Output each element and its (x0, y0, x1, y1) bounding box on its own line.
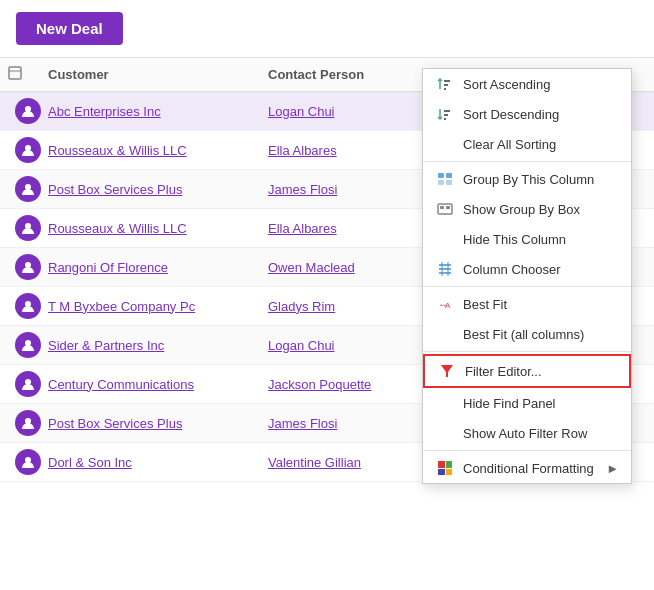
svg-rect-22 (438, 180, 444, 185)
contact-link[interactable]: Jackson Poquette (268, 377, 371, 392)
menu-item-show-group-box[interactable]: Show Group By Box (423, 194, 631, 224)
hide-find-panel-label: Hide Find Panel (463, 396, 619, 411)
menu-item-sort-ascending[interactable]: Sort Ascending (423, 69, 631, 99)
row-customer-cell[interactable]: Post Box Services Plus (48, 182, 268, 197)
row-customer-cell[interactable]: T M Byxbee Company Pc (48, 299, 268, 314)
customer-link[interactable]: Dorl & Son Inc (48, 455, 132, 470)
svg-rect-25 (440, 206, 444, 209)
row-avatar (8, 293, 48, 319)
customer-link[interactable]: Century Communications (48, 377, 194, 392)
row-customer-cell[interactable]: Abc Enterprises Inc (48, 104, 268, 119)
header-contact[interactable]: Contact Person (268, 67, 448, 82)
row-customer-cell[interactable]: Sider & Partners Inc (48, 338, 268, 353)
header-customer[interactable]: Customer (48, 67, 268, 82)
row-contact-cell[interactable]: James Flosi (268, 416, 448, 431)
best-fit-all-icon (435, 326, 455, 342)
row-contact-cell[interactable]: James Flosi (268, 182, 448, 197)
row-avatar (8, 332, 48, 358)
row-contact-cell[interactable]: Gladys Rim (268, 299, 448, 314)
customer-link[interactable]: T M Byxbee Company Pc (48, 299, 195, 314)
menu-item-conditional-formatting[interactable]: Conditional Formatting ► (423, 453, 631, 483)
menu-separator-3 (423, 351, 631, 352)
menu-item-column-chooser[interactable]: Column Chooser (423, 254, 631, 284)
sort-descending-icon (435, 106, 455, 122)
column-chooser-icon (435, 261, 455, 277)
row-contact-cell[interactable]: Ella Albares (268, 221, 448, 236)
customer-link[interactable]: Post Box Services Plus (48, 182, 182, 197)
filter-editor-icon (437, 363, 457, 379)
svg-rect-23 (446, 180, 452, 185)
context-menu: Sort Ascending Sort Descending Clear All… (422, 68, 632, 484)
best-fit-label: Best Fit (463, 297, 619, 312)
contact-link[interactable]: James Flosi (268, 182, 337, 197)
conditional-formatting-label: Conditional Formatting (463, 461, 602, 476)
row-contact-cell[interactable]: Owen Maclead (268, 260, 448, 275)
contact-link[interactable]: Ella Albares (268, 143, 337, 158)
new-deal-button[interactable]: New Deal (16, 12, 123, 45)
row-avatar (8, 98, 48, 124)
contact-link[interactable]: Logan Chui (268, 338, 335, 353)
row-customer-cell[interactable]: Rangoni Of Florence (48, 260, 268, 275)
column-chooser-label: Column Chooser (463, 262, 619, 277)
row-avatar (8, 254, 48, 280)
row-contact-cell[interactable]: Logan Chui (268, 104, 448, 119)
customer-link[interactable]: Rangoni Of Florence (48, 260, 168, 275)
sort-descending-label: Sort Descending (463, 107, 619, 122)
menu-item-group-by-column[interactable]: Group By This Column (423, 164, 631, 194)
menu-item-best-fit[interactable]: ↔ A Best Fit (423, 289, 631, 319)
contact-link[interactable]: Ella Albares (268, 221, 337, 236)
menu-item-hide-find-panel[interactable]: Hide Find Panel (423, 388, 631, 418)
contact-link[interactable]: James Flosi (268, 416, 337, 431)
svg-rect-0 (9, 67, 21, 79)
svg-marker-34 (441, 365, 453, 377)
hide-column-icon (435, 231, 455, 247)
row-customer-cell[interactable]: Dorl & Son Inc (48, 455, 268, 470)
menu-separator-1 (423, 161, 631, 162)
menu-item-clear-sorting[interactable]: Clear All Sorting (423, 129, 631, 159)
hide-column-label: Hide This Column (463, 232, 619, 247)
row-avatar (8, 176, 48, 202)
customer-link[interactable]: Rousseaux & Willis LLC (48, 221, 187, 236)
contact-link[interactable]: Gladys Rim (268, 299, 335, 314)
best-fit-icon: ↔ A (435, 296, 455, 312)
customer-link[interactable]: Sider & Partners Inc (48, 338, 164, 353)
submenu-arrow-icon: ► (606, 461, 619, 476)
row-avatar (8, 137, 48, 163)
row-contact-cell[interactable]: Valentine Gillian (268, 455, 448, 470)
svg-rect-21 (446, 173, 452, 178)
svg-text:A: A (445, 301, 451, 310)
menu-item-show-auto-filter[interactable]: Show Auto Filter Row (423, 418, 631, 448)
row-customer-cell[interactable]: Post Box Services Plus (48, 416, 268, 431)
show-group-box-icon (435, 201, 455, 217)
row-avatar (8, 215, 48, 241)
customer-link[interactable]: Abc Enterprises Inc (48, 104, 161, 119)
group-by-column-label: Group By This Column (463, 172, 619, 187)
menu-separator-4 (423, 450, 631, 451)
row-contact-cell[interactable]: Ella Albares (268, 143, 448, 158)
hide-find-panel-icon (435, 395, 455, 411)
menu-item-hide-column[interactable]: Hide This Column (423, 224, 631, 254)
row-customer-cell[interactable]: Century Communications (48, 377, 268, 392)
customer-link[interactable]: Post Box Services Plus (48, 416, 182, 431)
row-customer-cell[interactable]: Rousseaux & Willis LLC (48, 221, 268, 236)
contact-link[interactable]: Logan Chui (268, 104, 335, 119)
customer-link[interactable]: Rousseaux & Willis LLC (48, 143, 187, 158)
header: New Deal (0, 0, 654, 58)
menu-item-sort-descending[interactable]: Sort Descending (423, 99, 631, 129)
show-auto-filter-icon (435, 425, 455, 441)
row-avatar (8, 371, 48, 397)
menu-item-best-fit-all[interactable]: Best Fit (all columns) (423, 319, 631, 349)
svg-rect-24 (438, 204, 452, 214)
clear-sorting-icon (435, 136, 455, 152)
menu-separator-2 (423, 286, 631, 287)
row-contact-cell[interactable]: Jackson Poquette (268, 377, 448, 392)
row-contact-cell[interactable]: Logan Chui (268, 338, 448, 353)
conditional-formatting-icon (435, 460, 455, 476)
contact-link[interactable]: Valentine Gillian (268, 455, 361, 470)
show-auto-filter-label: Show Auto Filter Row (463, 426, 619, 441)
menu-item-filter-editor[interactable]: Filter Editor... (423, 354, 631, 388)
row-avatar (8, 410, 48, 436)
row-customer-cell[interactable]: Rousseaux & Willis LLC (48, 143, 268, 158)
contact-link[interactable]: Owen Maclead (268, 260, 355, 275)
clear-sorting-label: Clear All Sorting (463, 137, 619, 152)
